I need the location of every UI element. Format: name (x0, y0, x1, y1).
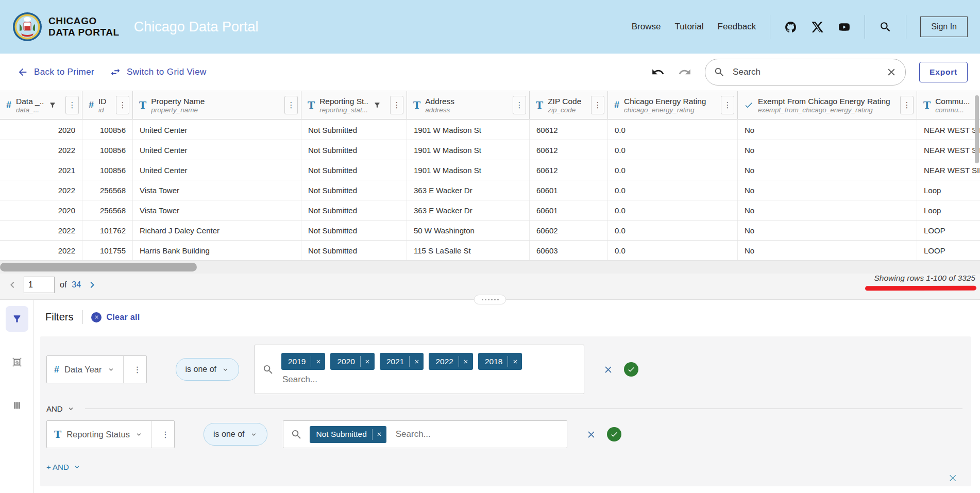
table-cell: Vista Tower (133, 180, 301, 200)
table-row[interactable]: 2022100856United CenterNot Submitted1901… (0, 140, 980, 160)
panel-drag-handle[interactable] (474, 295, 506, 304)
chip-label: 2021 (380, 357, 409, 366)
horizontal-scrollbar-thumb[interactable] (0, 263, 197, 271)
total-pages-link[interactable]: 34 (72, 280, 81, 290)
column-title-block: ZIP Codezip_code (548, 97, 581, 114)
chevron-down-icon (250, 431, 258, 438)
column-header[interactable]: #Data _...data_...⋮ (0, 91, 82, 119)
filter-column-select[interactable]: #Data Year⋮ (46, 355, 147, 383)
column-header[interactable]: TCommu...commu... (917, 91, 980, 119)
add-filter-label: + AND (46, 463, 69, 471)
remove-filter-button[interactable] (603, 364, 614, 375)
sign-in-button[interactable]: Sign In (920, 16, 968, 37)
next-page-button[interactable] (86, 279, 98, 291)
showing-rows-status: Showing rows 1-100 of 3325 (874, 274, 975, 283)
filter-values-box[interactable]: Not SubmittedSearch... (283, 420, 567, 448)
column-title: ID (98, 97, 107, 106)
column-header[interactable]: TProperty Nameproperty_name⋮ (133, 91, 301, 119)
filter-column-select[interactable]: TReporting Status⋮ (46, 420, 175, 448)
column-header[interactable]: #IDid⋮ (82, 91, 133, 119)
remove-chip-button[interactable] (373, 426, 386, 443)
group-data-tab-button[interactable] (6, 349, 28, 375)
remove-chip-button[interactable] (410, 353, 424, 370)
column-menu-button[interactable]: ⋮ (513, 96, 526, 114)
remove-chip-button[interactable] (459, 353, 473, 370)
table-row[interactable]: 2020256568Vista TowerNot Submitted363 E … (0, 200, 980, 220)
operator-label: is one of (185, 365, 216, 374)
remove-chip-button[interactable] (311, 353, 325, 370)
filter-funnel-icon (12, 314, 22, 324)
site-header: CHICAGO DATA PORTAL Chicago Data Portal … (0, 0, 980, 54)
nav-link-tutorial[interactable]: Tutorial (674, 22, 703, 32)
filters-tab-button[interactable] (6, 306, 28, 332)
youtube-icon[interactable] (838, 21, 851, 33)
github-icon[interactable] (784, 21, 797, 33)
table-search-input[interactable] (732, 66, 879, 78)
filter-search-placeholder[interactable]: Search... (396, 429, 431, 439)
add-filter-button[interactable]: + AND (46, 463, 81, 471)
column-menu-button[interactable]: ⋮ (591, 96, 604, 114)
table-row[interactable]: 2021100856United CenterNot Submitted1901… (0, 160, 980, 180)
column-header[interactable]: Exempt From Chicago Energy Ratingexempt_… (738, 91, 917, 119)
dataset-toolbar: Back to Primer Switch to Grid View Expor… (0, 54, 980, 91)
filter-chip: 2021 (380, 353, 424, 370)
number-type-icon: # (54, 364, 59, 375)
clear-all-filters-button[interactable]: Clear all (91, 312, 140, 322)
table-cell: 60602 (530, 220, 608, 240)
column-header[interactable]: TZIP Codezip_code⋮ (530, 91, 608, 119)
column-title: Commu... (935, 97, 970, 106)
remove-filter-button[interactable] (586, 429, 597, 440)
filter-search-placeholder[interactable]: Search... (282, 375, 584, 385)
column-menu-button[interactable]: ⋮ (116, 96, 129, 114)
column-header[interactable]: #Chicago Energy Ratingchicago_energy_rat… (608, 91, 738, 119)
table-cell: Not Submitted (301, 200, 407, 220)
table-row[interactable]: 2022101762Richard J Daley CenterNot Subm… (0, 220, 980, 241)
table-cell: 100856 (82, 140, 133, 160)
page-number-input[interactable] (24, 277, 55, 293)
operator-select[interactable]: is one of (176, 358, 239, 381)
table-row[interactable]: 2022101755Harris Bank BuildingNot Submit… (0, 241, 980, 261)
filter-menu-button[interactable]: ⋮ (157, 421, 174, 448)
column-header[interactable]: TAddressaddress⋮ (407, 91, 530, 119)
filter-values-box[interactable]: 20192020202120222018Search... (255, 345, 584, 394)
column-menu-button[interactable]: ⋮ (390, 96, 403, 114)
remove-chip-button[interactable] (508, 353, 522, 370)
horizontal-scrollbar-track[interactable] (0, 261, 980, 274)
search-icon (262, 364, 274, 376)
nav-link-browse[interactable]: Browse (632, 22, 661, 32)
remove-chip-button[interactable] (361, 353, 375, 370)
switch-to-grid-view-link[interactable]: Switch to Grid View (110, 66, 207, 78)
nav-link-feedback[interactable]: Feedback (718, 22, 756, 32)
back-to-primer-link[interactable]: Back to Primer (17, 66, 94, 78)
column-menu-button[interactable]: ⋮ (900, 96, 914, 114)
table-cell: 363 E Wacker Dr (407, 200, 530, 220)
clear-search-icon[interactable] (886, 66, 897, 78)
site-search-icon[interactable] (879, 21, 892, 33)
table-cell: 60612 (530, 120, 608, 140)
table-cell: 2022 (0, 180, 82, 200)
columns-tab-button[interactable] (6, 393, 28, 418)
filter-menu-button[interactable]: ⋮ (129, 356, 146, 383)
x-logo-icon[interactable] (811, 21, 824, 33)
table-cell: 60612 (530, 140, 608, 160)
table-cell: 2020 (0, 120, 82, 140)
apply-filter-button[interactable] (624, 362, 638, 377)
column-header[interactable]: TReporting St...reporting_stat...⋮ (301, 91, 407, 119)
apply-filter-button[interactable] (607, 427, 621, 441)
column-menu-button[interactable]: ⋮ (721, 96, 734, 114)
close-filter-panel-button[interactable] (948, 473, 958, 483)
redo-button[interactable] (678, 65, 691, 79)
table-row[interactable]: 2022256568Vista TowerNot Submitted363 E … (0, 180, 980, 200)
column-menu-button[interactable]: ⋮ (284, 96, 298, 114)
table-cell: Not Submitted (301, 241, 407, 260)
undo-button[interactable] (651, 65, 665, 79)
filter-column-label: Data Year (64, 365, 102, 375)
connector-label[interactable]: AND (46, 404, 63, 413)
operator-select[interactable]: is one of (204, 423, 267, 446)
table-cell: 60601 (530, 200, 608, 220)
column-menu-button[interactable]: ⋮ (65, 96, 79, 114)
vertical-scrollbar-thumb[interactable] (975, 95, 979, 163)
previous-page-button[interactable] (6, 279, 19, 291)
table-row[interactable]: 2020100856United CenterNot Submitted1901… (0, 120, 980, 140)
export-button[interactable]: Export (919, 62, 968, 82)
